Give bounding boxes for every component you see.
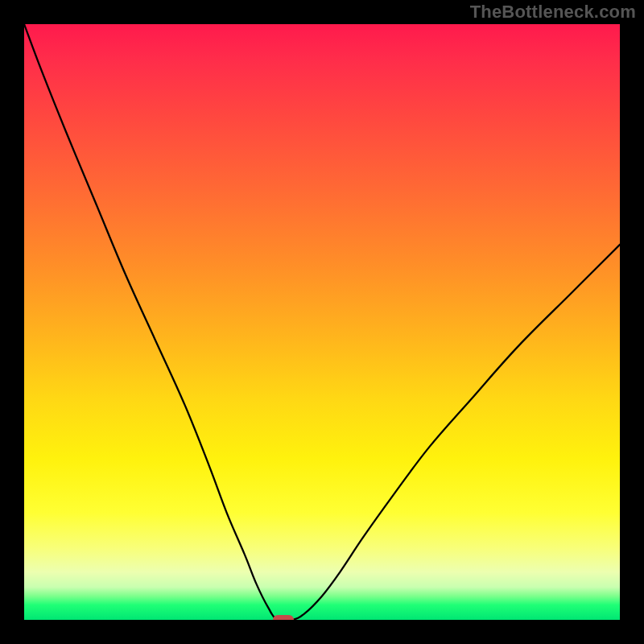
watermark-text: TheBottleneck.com	[470, 2, 636, 23]
plot-area	[24, 24, 620, 620]
optimal-point-marker	[273, 615, 294, 620]
bottleneck-curve-path	[24, 24, 620, 620]
chart-frame: TheBottleneck.com	[0, 0, 644, 644]
bottleneck-curve-svg	[24, 24, 620, 620]
